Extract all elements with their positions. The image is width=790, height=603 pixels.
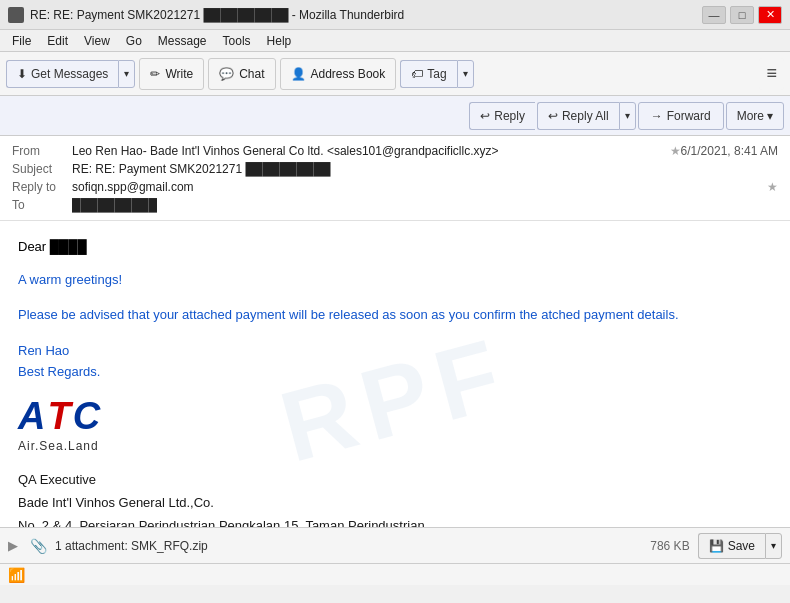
collapse-toggle-icon[interactable]: ▶	[8, 538, 18, 553]
minimize-button[interactable]: —	[702, 6, 726, 24]
attachment-bar: ▶ 📎 1 attachment: SMK_RFQ.zip 786 KB 💾 S…	[0, 527, 790, 563]
save-dropdown[interactable]: ▾	[765, 533, 782, 559]
email-date: 6/1/2021, 8:41 AM	[681, 144, 778, 158]
to-value: ██████████	[72, 198, 778, 212]
from-value: Leo Ren Hao- Bade Int'l Vinhos General C…	[72, 144, 664, 158]
atc-letters: A T C	[18, 397, 100, 435]
email-body-wrapper[interactable]: RPF Dear ████ A warm greetings! Please b…	[0, 221, 790, 527]
reply-all-group: ↩ Reply All ▾	[537, 102, 636, 130]
subject-row: Subject RE: RE: Payment SMK2021271 █████…	[12, 160, 778, 178]
get-messages-icon: ⬇	[17, 67, 27, 81]
main-area: ↩ Reply ↩ Reply All ▾ → Forward More ▾ F…	[0, 96, 790, 563]
menubar: File Edit View Go Message Tools Help	[0, 30, 790, 52]
titlebar: RE: RE: Payment SMK2021271 ██████████ - …	[0, 0, 790, 30]
address-book-icon: 👤	[291, 67, 306, 81]
attachment-size: 786 KB	[650, 539, 689, 553]
reply-to-value: sofiqn.spp@gmail.com	[72, 180, 761, 194]
to-row: To ██████████	[12, 196, 778, 214]
from-row: From Leo Ren Hao- Bade Int'l Vinhos Gene…	[12, 142, 778, 160]
write-button[interactable]: ✏ Write	[139, 58, 204, 90]
atc-c-letter: C	[73, 397, 100, 435]
to-label: To	[12, 198, 72, 212]
attachment-icon: 📎	[30, 538, 47, 554]
sig-title: QA Executive	[18, 470, 772, 491]
atc-logo: A T C Air.Sea.Land	[18, 397, 772, 456]
get-messages-group: ⬇ Get Messages ▾	[6, 60, 135, 88]
greeting-text: Dear ████	[18, 237, 772, 258]
window-title: RE: RE: Payment SMK2021271 ██████████ - …	[30, 8, 702, 22]
address-book-button[interactable]: 👤 Address Book	[280, 58, 397, 90]
menu-message[interactable]: Message	[150, 33, 215, 49]
window-controls[interactable]: — □ ✕	[702, 6, 782, 24]
hamburger-icon: ≡	[766, 63, 777, 84]
reply-group: ↩ Reply	[469, 102, 535, 130]
wifi-icon: 📶	[8, 567, 25, 583]
reply-all-button[interactable]: ↩ Reply All	[537, 102, 619, 130]
email-body: RPF Dear ████ A warm greetings! Please b…	[0, 221, 790, 527]
menu-view[interactable]: View	[76, 33, 118, 49]
attachment-label: 1 attachment: SMK_RFQ.zip	[55, 539, 642, 553]
subject-label: Subject	[12, 162, 72, 176]
tag-button[interactable]: 🏷 Tag	[400, 60, 456, 88]
reply-to-row: Reply to sofiqn.spp@gmail.com ★	[12, 178, 778, 196]
tag-dropdown[interactable]: ▾	[457, 60, 474, 88]
save-icon: 💾	[709, 539, 724, 553]
sig-company: Bade Int'l Vinhos General Ltd.,Co.	[18, 493, 772, 514]
action-bar: ↩ Reply ↩ Reply All ▾ → Forward More ▾	[0, 96, 790, 136]
forward-button[interactable]: → Forward	[638, 102, 724, 130]
save-button-group: 💾 Save ▾	[698, 533, 782, 559]
atc-tagline: Air.Sea.Land	[18, 437, 99, 456]
main-body-text: Please be advised that your attached pay…	[18, 305, 772, 326]
reply-all-icon: ↩	[548, 109, 558, 123]
subject-value: RE: RE: Payment SMK2021271 ██████████	[72, 162, 778, 176]
app-menu-button[interactable]: ≡	[759, 58, 784, 90]
more-dropdown-icon: ▾	[767, 109, 773, 123]
menu-go[interactable]: Go	[118, 33, 150, 49]
app-icon	[8, 7, 24, 23]
menu-tools[interactable]: Tools	[215, 33, 259, 49]
atc-t-letter: T	[47, 397, 70, 435]
forward-icon: →	[651, 109, 663, 123]
chat-button[interactable]: 💬 Chat	[208, 58, 275, 90]
reply-to-label: Reply to	[12, 180, 72, 194]
sig-address1: No. 2 & 4, Persiaran Perindustrian Pengk…	[18, 516, 772, 527]
more-button[interactable]: More ▾	[726, 102, 784, 130]
get-messages-button[interactable]: ⬇ Get Messages	[6, 60, 118, 88]
reply-to-star-icon[interactable]: ★	[767, 180, 778, 194]
menu-edit[interactable]: Edit	[39, 33, 76, 49]
email-header: From Leo Ren Hao- Bade Int'l Vinhos Gene…	[0, 136, 790, 221]
toolbar: ⬇ Get Messages ▾ ✏ Write 💬 Chat 👤 Addres…	[0, 52, 790, 96]
from-star-icon[interactable]: ★	[670, 144, 681, 158]
warm-greetings-text: A warm greetings!	[18, 270, 772, 291]
menu-file[interactable]: File	[4, 33, 39, 49]
signature-block: QA Executive Bade Int'l Vinhos General L…	[18, 470, 772, 527]
close-button[interactable]: ✕	[758, 6, 782, 24]
save-button[interactable]: 💾 Save	[698, 533, 765, 559]
reply-icon: ↩	[480, 109, 490, 123]
status-bar: 📶	[0, 563, 790, 585]
write-icon: ✏	[150, 67, 160, 81]
get-messages-dropdown[interactable]: ▾	[118, 60, 135, 88]
get-messages-label: Get Messages	[31, 67, 108, 81]
chat-icon: 💬	[219, 67, 234, 81]
reply-button[interactable]: ↩ Reply	[469, 102, 535, 130]
atc-a-letter: A	[18, 397, 45, 435]
tag-icon: 🏷	[411, 67, 423, 81]
reply-all-dropdown[interactable]: ▾	[619, 102, 636, 130]
maximize-button[interactable]: □	[730, 6, 754, 24]
tag-group: 🏷 Tag ▾	[400, 60, 473, 88]
from-label: From	[12, 144, 72, 158]
sender-name: Ren Hao	[18, 341, 772, 362]
regards-text: Best Regards.	[18, 362, 772, 383]
menu-help[interactable]: Help	[259, 33, 300, 49]
